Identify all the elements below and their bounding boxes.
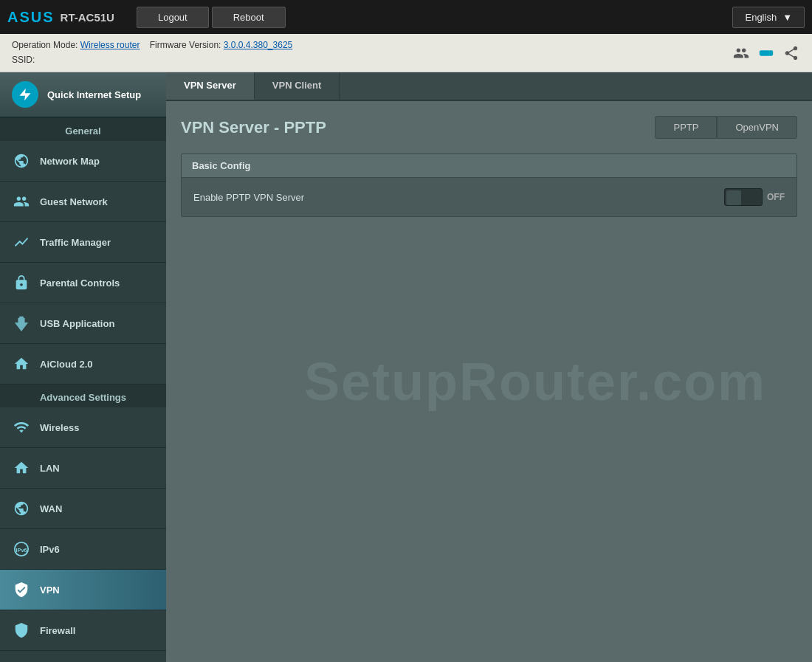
quick-setup-label: Quick Internet Setup — [47, 89, 141, 100]
header-buttons: Logout Reboot — [137, 7, 286, 28]
header: ASUS RT-AC51U Logout Reboot English ▼ — [0, 0, 812, 34]
info-bar: Operation Mode: Wireless router Firmware… — [0, 34, 812, 72]
vpn-type-buttons: PPTP OpenVPN — [655, 116, 797, 139]
aicloud-icon — [12, 354, 31, 373]
sidebar-item-label: Wireless — [40, 422, 79, 433]
sidebar-item-label: VPN — [40, 585, 60, 596]
header-right: English ▼ — [732, 7, 805, 28]
share-icon[interactable] — [782, 44, 800, 62]
users-icon[interactable] — [732, 44, 750, 62]
toggle-track — [724, 188, 763, 206]
sidebar-item-aicloud[interactable]: AiCloud 2.0 — [0, 344, 166, 385]
sidebar-item-label: USB Application — [40, 318, 114, 329]
sidebar-item-network-map[interactable]: Network Map — [0, 141, 166, 182]
sidebar-item-firewall[interactable]: Firewall — [0, 610, 166, 651]
sidebar-item-label: Guest Network — [40, 196, 108, 207]
logo: ASUS RT-AC51U — [7, 9, 114, 26]
pptp-button[interactable]: PPTP — [655, 116, 717, 139]
guest-network-icon — [12, 192, 31, 211]
sidebar-item-lan[interactable]: LAN — [0, 448, 166, 489]
tab-vpn-server[interactable]: VPN Server — [166, 72, 255, 100]
config-section: Basic Config Enable PPTP VPN Server OFF — [181, 154, 797, 217]
watermark: SetupRouter.com — [304, 351, 766, 412]
content-area: SetupRouter.com VPN Server - PPTP PPTP O… — [166, 101, 812, 662]
sidebar-item-label: IPv6 — [40, 544, 60, 555]
router-icon[interactable] — [757, 44, 775, 62]
sidebar-item-label: Firewall — [40, 625, 75, 636]
tabs: VPN Server VPN Client — [166, 72, 812, 101]
sidebar-item-label: LAN — [40, 463, 60, 474]
firmware-label: Firmware Version: — [150, 40, 221, 50]
svg-point-2 — [765, 52, 768, 54]
sidebar-item-usb-application[interactable]: USB Application — [0, 303, 166, 344]
sidebar-advanced-label: Advanced Settings — [0, 385, 166, 407]
ipv6-icon: IPv6 — [12, 539, 31, 559]
logo-asus: ASUS — [7, 9, 55, 26]
enable-pptp-label: Enable PPTP VPN Server — [193, 192, 724, 203]
toggle-state-label: OFF — [767, 192, 785, 202]
sidebar-item-label: AiCloud 2.0 — [40, 359, 93, 370]
sidebar-item-vpn[interactable]: VPN — [0, 570, 166, 610]
language-selector[interactable]: English ▼ — [732, 7, 805, 28]
svg-text:IPv6: IPv6 — [16, 547, 27, 554]
lan-icon — [12, 458, 31, 477]
vpn-server-title: VPN Server - PPTP — [181, 118, 326, 137]
parental-controls-icon — [12, 273, 31, 292]
sidebar-item-wireless[interactable]: Wireless — [0, 407, 166, 448]
basic-config-header: Basic Config — [182, 154, 796, 178]
info-text: Operation Mode: Wireless router Firmware… — [12, 38, 292, 66]
ssid-label: SSID: — [12, 55, 35, 65]
enable-pptp-toggle[interactable]: OFF — [724, 188, 785, 206]
sidebar-item-parental-controls[interactable]: Parental Controls — [0, 263, 166, 303]
logo-model: RT-AC51U — [61, 11, 114, 24]
sidebar: Quick Internet Setup General Network Map… — [0, 72, 166, 662]
sidebar-item-label: WAN — [40, 503, 62, 514]
sidebar-item-label: Traffic Manager — [40, 237, 111, 248]
network-map-icon — [12, 151, 31, 170]
sidebar-general-label: General — [0, 118, 166, 141]
firmware-value[interactable]: 3.0.0.4.380_3625 — [224, 40, 292, 50]
wireless-icon — [12, 418, 31, 437]
traffic-manager-icon — [12, 232, 31, 252]
info-icons — [732, 44, 800, 62]
language-label: English — [745, 12, 777, 23]
main-content: VPN Server VPN Client SetupRouter.com VP… — [166, 72, 812, 662]
logout-button[interactable]: Logout — [137, 7, 209, 28]
usb-application-icon — [12, 314, 31, 333]
sidebar-item-ipv6[interactable]: IPv6 IPv6 — [0, 529, 166, 570]
toggle-thumb — [726, 190, 741, 205]
sidebar-item-guest-network[interactable]: Guest Network — [0, 182, 166, 222]
chevron-down-icon: ▼ — [782, 12, 792, 23]
operation-mode-label: Operation Mode: — [12, 40, 78, 50]
svg-point-1 — [762, 52, 764, 54]
wan-icon — [12, 499, 31, 518]
quick-setup-icon — [12, 81, 38, 108]
openvpn-button[interactable]: OpenVPN — [717, 116, 797, 139]
enable-pptp-row: Enable PPTP VPN Server OFF — [182, 178, 796, 216]
vpn-title-row: VPN Server - PPTP PPTP OpenVPN — [181, 116, 797, 139]
sidebar-item-wan[interactable]: WAN — [0, 489, 166, 529]
firewall-icon — [12, 621, 31, 640]
operation-mode-value[interactable]: Wireless router — [80, 40, 140, 50]
vpn-icon — [12, 580, 31, 599]
tab-vpn-client[interactable]: VPN Client — [255, 72, 340, 100]
sidebar-item-label: Network Map — [40, 156, 100, 167]
sidebar-item-label: Parental Controls — [40, 277, 120, 289]
layout: Quick Internet Setup General Network Map… — [0, 72, 812, 662]
sidebar-item-traffic-manager[interactable]: Traffic Manager — [0, 222, 166, 263]
sidebar-item-quick-setup[interactable]: Quick Internet Setup — [0, 72, 166, 118]
reboot-button[interactable]: Reboot — [212, 7, 286, 28]
